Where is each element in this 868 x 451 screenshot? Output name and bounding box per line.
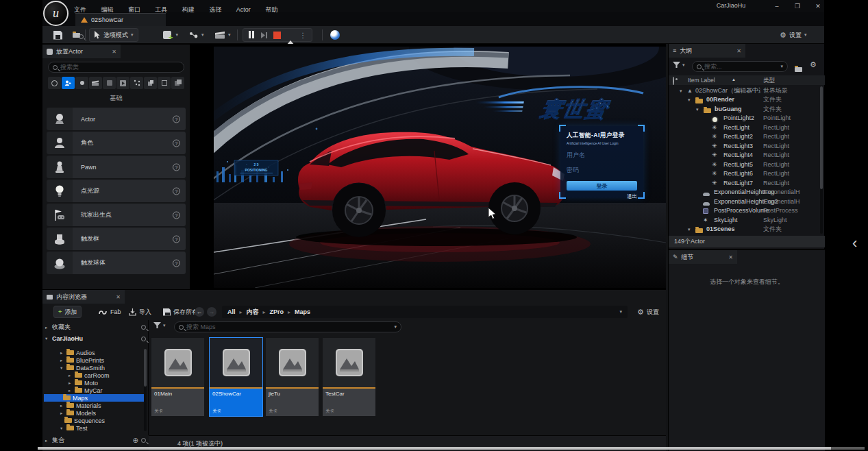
place-item-point-light[interactable]: 点光源? xyxy=(47,180,186,202)
outliner-row-light[interactable]: ✳ RectLight4 RectLight xyxy=(669,151,821,160)
chevron-down-icon[interactable]: ▾ xyxy=(688,225,691,234)
chevron-down-icon[interactable]: ▾ xyxy=(394,324,397,330)
exit-link[interactable]: 退出 xyxy=(567,193,637,200)
filter-button[interactable]: ▾ xyxy=(153,322,166,328)
cinematic-category-button[interactable] xyxy=(89,77,102,89)
place-actors-tab[interactable]: 放置Actor ✕ xyxy=(42,45,121,58)
folder-materials[interactable]: ▸Materials xyxy=(45,402,144,409)
restore-button[interactable]: ❐ xyxy=(791,1,804,11)
outliner-item-label[interactable]: RectLight xyxy=(723,123,749,132)
forward-button[interactable]: → xyxy=(207,307,216,317)
content-browser-tab[interactable]: 内容浏览器 ✕ xyxy=(42,290,125,304)
chevron-right-icon[interactable]: ▸ xyxy=(69,380,73,386)
asset-search-input[interactable]: 搜索 Maps ▾ xyxy=(174,321,401,332)
save-level-button[interactable] xyxy=(53,28,62,42)
help-icon[interactable]: ? xyxy=(173,211,180,219)
back-button[interactable]: ← xyxy=(195,307,204,317)
pause-button[interactable] xyxy=(249,29,256,41)
video-progress-bar[interactable] xyxy=(38,447,831,450)
outliner-settings-icon[interactable]: ⚙ xyxy=(810,61,817,69)
collections-row[interactable]: ▸ 集合 ⊕ xyxy=(45,436,146,445)
place-item-pawn[interactable]: Pawn? xyxy=(47,156,186,178)
place-actor-search-input[interactable]: 搜索类 xyxy=(48,62,184,73)
eye-icon[interactable] xyxy=(673,77,674,85)
close-icon[interactable]: ✕ xyxy=(731,48,741,54)
add-actor-button[interactable]: + ▾ xyxy=(163,28,178,42)
volumes-category-button[interactable] xyxy=(158,77,171,89)
outliner-item-label[interactable]: RectLight7 xyxy=(723,179,753,188)
outliner-item-label[interactable]: SkyLight xyxy=(714,216,738,225)
folder-blueprints[interactable]: ▸BluePrints xyxy=(45,356,144,364)
visual-effects-category-button[interactable] xyxy=(103,77,116,89)
basic-category-button[interactable] xyxy=(62,77,75,89)
asset-tile-02showcar-selected[interactable]: 02ShowCar 关卡 xyxy=(210,338,262,416)
kebab-menu-icon[interactable]: ⋮ xyxy=(299,32,306,39)
place-item-actor[interactable]: Actor? xyxy=(47,108,186,130)
login-button[interactable]: 登录 xyxy=(567,181,637,191)
chevron-down-icon[interactable]: ▾ xyxy=(60,365,64,371)
outliner-row-world[interactable]: ▾ ▲ 02ShowCar（编辑器中运行 世界场景 xyxy=(669,86,821,95)
outliner-search-input[interactable]: 搜索... ▾ xyxy=(692,61,788,72)
recent-category-button[interactable] xyxy=(48,77,61,89)
chevron-right-icon[interactable]: ▸ xyxy=(60,350,64,356)
close-icon[interactable]: ✕ xyxy=(106,49,116,55)
folder-test[interactable]: ▾Test xyxy=(45,424,144,432)
outliner-row-fog[interactable]: ExponentialHeightFog ExponentialH xyxy=(669,188,821,197)
favorites-row[interactable]: ▸ 收藏夹 xyxy=(45,323,146,332)
outliner-item-label[interactable]: RectLight5 xyxy=(723,160,753,169)
place-item-box-trigger[interactable]: 触发框? xyxy=(47,228,186,250)
help-icon[interactable]: ? xyxy=(173,139,180,147)
cb-settings-dropdown[interactable]: ⚙ 设置 xyxy=(637,306,659,318)
settings-dropdown[interactable]: ⚙ 设置 ▾ xyxy=(780,28,806,42)
chevron-down-icon[interactable]: ▾ xyxy=(60,426,64,431)
help-icon[interactable]: ? xyxy=(173,235,180,243)
help-icon[interactable]: ? xyxy=(173,259,180,267)
outliner-row-folder[interactable]: ▾ 01Scenes 文件夹 xyxy=(669,225,821,234)
eject-button[interactable] xyxy=(286,29,295,41)
folder-maps-selected[interactable]: Maps xyxy=(44,394,145,402)
search-icon[interactable] xyxy=(141,325,146,330)
chevron-right-icon[interactable]: ▸ xyxy=(45,325,49,330)
browse-content-button[interactable] xyxy=(73,28,84,42)
minimize-button[interactable]: – xyxy=(770,1,784,11)
cinematics-dropdown[interactable]: ▾ xyxy=(215,28,231,42)
outliner-row-light[interactable]: ✳ RectLight RectLight xyxy=(669,123,821,132)
fab-button[interactable]: Fab xyxy=(99,306,121,318)
outliner-item-label[interactable]: buGuang xyxy=(715,105,742,114)
lights-category-button[interactable] xyxy=(75,77,88,89)
close-icon[interactable]: ✕ xyxy=(723,254,733,260)
outliner-item-label[interactable]: 00Render xyxy=(706,95,734,104)
outliner-item-label[interactable]: RectLight6 xyxy=(723,169,753,178)
chevron-down-icon[interactable]: ▾ xyxy=(780,64,783,69)
item-label-column-header[interactable]: Item Label xyxy=(688,77,715,84)
outliner-row-folder[interactable]: ▾ buGuang 文件夹 xyxy=(669,105,821,114)
password-field[interactable]: 密码 xyxy=(567,166,637,175)
outliner-item-label[interactable]: PointLight2 xyxy=(723,114,754,123)
breadcrumb[interactable]: All ▸ 内容 ▸ ZPro ▸ Maps ▾ xyxy=(222,306,628,318)
media-category-button[interactable] xyxy=(116,77,129,89)
editor-mode-dropdown[interactable]: 选项模式 ▾ xyxy=(89,28,138,42)
save-all-button[interactable]: 保存所有 xyxy=(163,306,198,318)
outliner-row-light[interactable]: PointLight2 PointLight xyxy=(669,114,821,123)
unreal-logo[interactable]: u xyxy=(43,1,69,26)
outliner-row-fog[interactable]: ExponentialHeightFog2 ExponentialH xyxy=(669,197,821,206)
add-collection-icon[interactable]: ⊕ xyxy=(133,437,138,444)
chevron-right-icon[interactable]: ▸ xyxy=(60,358,64,363)
chevron-down-icon[interactable]: ▾ xyxy=(688,95,691,104)
folder-audios[interactable]: ▸Audios xyxy=(45,349,144,356)
place-item-sphere-trigger[interactable]: 触发球体? xyxy=(47,252,186,274)
geometry-category-button[interactable] xyxy=(144,77,157,89)
outliner-filter-button[interactable]: ▾ xyxy=(673,62,685,68)
chevron-down-icon[interactable]: ▾ xyxy=(680,86,682,95)
outliner-item-label[interactable]: RectLight3 xyxy=(723,142,753,151)
outliner-item-label[interactable]: PostProcessVolume xyxy=(714,206,769,215)
username-field[interactable]: 用户名 xyxy=(567,151,637,160)
step-button[interactable] xyxy=(260,32,268,39)
folder-sequences[interactable]: Sequences xyxy=(45,417,144,424)
tree-scrollbar[interactable] xyxy=(144,349,147,431)
outliner-row-skylight[interactable]: ✶ SkyLight SkyLight xyxy=(669,216,821,225)
outliner-row-light[interactable]: ✳ RectLight7 RectLight xyxy=(669,179,821,188)
details-tab[interactable]: ✎ 细节 ✕ xyxy=(669,250,737,264)
platforms-button[interactable] xyxy=(330,28,340,42)
asset-tile-testcar[interactable]: TestCar 关卡 xyxy=(323,338,375,416)
